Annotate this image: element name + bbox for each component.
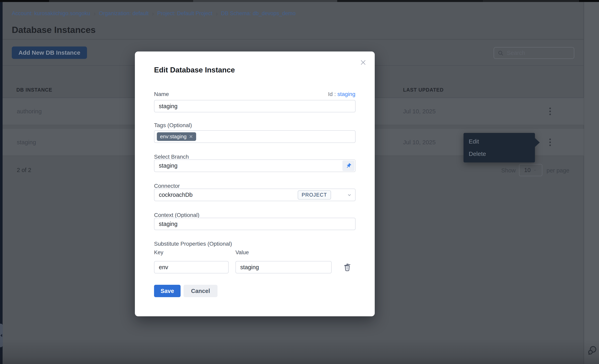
delete-substitute-row-button[interactable] bbox=[342, 261, 353, 273]
browser-tab bbox=[193, 0, 337, 2]
db-instance-name: authoring bbox=[17, 98, 42, 125]
close-icon bbox=[360, 59, 367, 66]
page-title: Database Instances bbox=[12, 25, 96, 35]
branch-value: staging bbox=[159, 160, 177, 172]
row-actions-kebab-button[interactable] bbox=[545, 137, 555, 148]
chevron-down-icon bbox=[533, 168, 537, 172]
page-size-select[interactable]: 10 bbox=[519, 164, 542, 176]
id-label: Id : bbox=[328, 91, 336, 97]
connector-select[interactable]: cockroachDb PROJECT bbox=[154, 189, 356, 201]
arrow-left-icon bbox=[0, 334, 2, 337]
branch-select[interactable]: staging bbox=[154, 160, 356, 172]
substitute-value-input[interactable] bbox=[236, 261, 332, 273]
column-header-last-updated: LAST UPDATED bbox=[403, 87, 444, 93]
close-button[interactable] bbox=[359, 58, 368, 67]
browser-tab bbox=[49, 0, 193, 2]
tag-chip: env:staging bbox=[157, 132, 196, 141]
value-column-label: Value bbox=[236, 249, 249, 256]
right-gutter bbox=[584, 2, 599, 364]
add-new-db-instance-button[interactable]: Add New DB Instance bbox=[12, 46, 87, 59]
connector-value: cockroachDb bbox=[159, 189, 193, 201]
tags-field-label: Tags (Optional) bbox=[154, 122, 192, 129]
kebab-menu-icon bbox=[549, 111, 551, 112]
context-menu-item-delete[interactable]: Delete bbox=[464, 148, 535, 160]
tags-input[interactable]: env:staging bbox=[154, 130, 356, 143]
breadcrumb-link-db-schema[interactable]: DB Schema: db_devops_demo bbox=[221, 10, 296, 17]
panel-collapse-handle[interactable] bbox=[0, 324, 3, 347]
chevron-right-icon bbox=[215, 11, 218, 16]
kebab-menu-icon bbox=[549, 142, 551, 143]
substitute-key-input[interactable] bbox=[154, 261, 229, 273]
chevron-right-icon bbox=[93, 11, 96, 16]
page-size-value: 10 bbox=[524, 167, 530, 173]
breadcrumb-link-account[interactable]: Account: kurosakiichigo.songoku bbox=[12, 10, 90, 17]
name-input[interactable] bbox=[154, 100, 356, 112]
search-input[interactable] bbox=[506, 50, 570, 56]
breadcrumb: Account: kurosakiichigo.songoku Organiza… bbox=[12, 10, 296, 17]
browser-tab-strip bbox=[0, 0, 599, 2]
app-root: Account: kurosakiichigo.songoku Organiza… bbox=[0, 0, 599, 364]
chevron-right-icon bbox=[152, 11, 154, 16]
pagination-summary: 2 of 2 bbox=[17, 167, 31, 173]
substitute-properties-label: Substitute Properties (Optional) bbox=[154, 241, 232, 247]
context-input[interactable] bbox=[154, 218, 356, 230]
breadcrumb-link-organization[interactable]: Organization: default bbox=[99, 10, 149, 17]
search-icon bbox=[498, 50, 504, 56]
chat-bubbles-icon bbox=[587, 345, 598, 356]
search-box bbox=[494, 47, 574, 59]
column-header-db-instance: DB INSTANCE bbox=[16, 87, 52, 93]
db-instance-name: staging bbox=[17, 129, 36, 155]
breadcrumb-link-project[interactable]: Project: Default Project bbox=[157, 10, 212, 17]
pin-branch-button[interactable] bbox=[342, 160, 355, 171]
connector-scope-badge: PROJECT bbox=[298, 190, 331, 200]
edit-database-instance-modal: Edit Database Instance Name Id : staging… bbox=[135, 52, 375, 316]
last-updated-value: Jul 10, 2025 bbox=[403, 129, 436, 155]
left-edge-strip bbox=[0, 2, 3, 364]
cancel-button[interactable]: Cancel bbox=[184, 285, 218, 297]
trash-icon bbox=[342, 261, 352, 272]
id-value-link[interactable]: staging bbox=[337, 91, 355, 97]
context-field-label: Context (Optional) bbox=[154, 212, 199, 218]
name-field-label: Name bbox=[154, 91, 169, 98]
browser-tab bbox=[483, 0, 579, 2]
last-updated-value: Jul 10, 2025 bbox=[403, 98, 436, 125]
connector-field-label: Connector bbox=[154, 183, 180, 189]
tag-chip-label: env:staging bbox=[160, 133, 186, 140]
modal-title: Edit Database Instance bbox=[154, 66, 235, 74]
pagination-show-label: Show bbox=[501, 167, 516, 174]
row-actions-kebab-button[interactable] bbox=[545, 106, 555, 116]
pushpin-icon bbox=[344, 161, 352, 170]
save-button[interactable]: Save bbox=[154, 285, 181, 297]
row-actions-context-menu: Edit Delete bbox=[464, 133, 535, 162]
bottom-shadow-gradient bbox=[0, 339, 599, 364]
pagination-per-page-label: per page bbox=[546, 167, 570, 174]
remove-tag-icon[interactable] bbox=[189, 134, 193, 140]
header-divider bbox=[3, 39, 584, 40]
key-column-label: Key bbox=[154, 249, 163, 256]
context-menu-item-edit[interactable]: Edit bbox=[464, 135, 535, 148]
branch-field-label: Select Branch bbox=[154, 154, 189, 160]
chevron-down-icon bbox=[347, 192, 352, 198]
support-chat-button[interactable] bbox=[587, 345, 598, 356]
browser-tab bbox=[337, 0, 483, 2]
instance-id-line: Id : staging bbox=[328, 91, 355, 98]
